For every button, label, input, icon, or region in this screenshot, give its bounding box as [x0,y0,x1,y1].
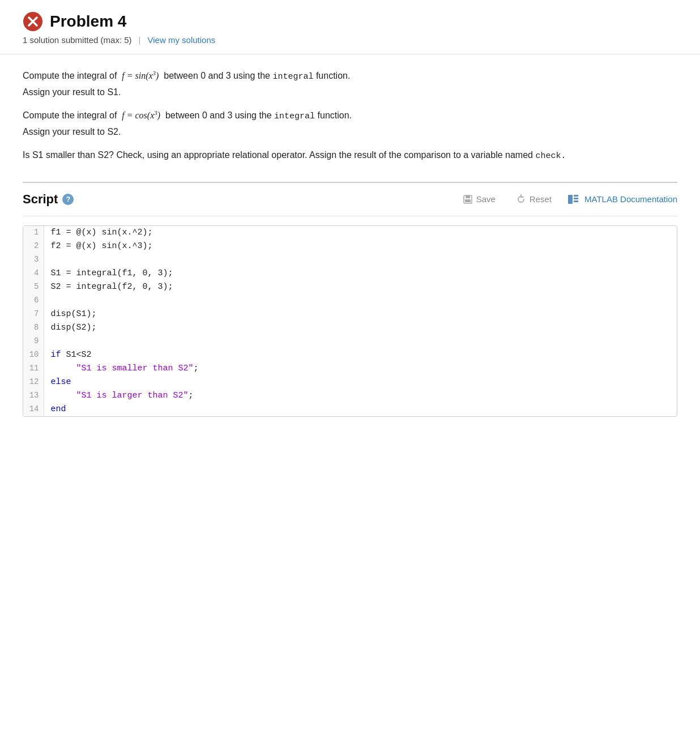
svg-rect-7 [574,195,578,197]
code-table: 1 f1 = @(x) sin(x.^2); 2 f2 = @(x) sin(x… [23,226,677,416]
line-num-11: 11 [23,362,44,376]
code-row-14: 14 end [23,403,677,416]
code-row-3: 3 [23,253,677,267]
code-editor[interactable]: 1 f1 = @(x) sin(x.^2); 2 f2 = @(x) sin(x… [23,225,677,417]
code-row-9: 9 [23,335,677,348]
submission-info: 1 solution submitted (max: 5) [23,35,132,45]
code-line-12: else [44,376,677,389]
code-line-1: f1 = @(x) sin(x.^2); [44,226,677,240]
line-num-8: 8 [23,321,44,335]
matlab-doc-label: MATLAB Documentation [584,194,677,204]
error-icon [23,11,43,32]
problem-description: Compute the integral of f = sin(x3) betw… [23,68,677,164]
problem-header: Problem 4 [23,11,677,32]
submission-row: 1 solution submitted (max: 5) | View my … [23,35,677,45]
header-divider [0,54,700,54]
string-2: "S1 is larger than S2" [76,391,189,400]
line-num-3: 3 [23,253,44,267]
line-num-2: 2 [23,240,44,253]
svg-rect-9 [574,200,578,202]
code-row-8: 8 disp(S2); [23,321,677,335]
save-icon [463,194,473,204]
inline-code-integral-2: integral [274,112,315,121]
script-title: Script [23,192,58,207]
description-paragraph-3: Is S1 smaller than S2? Check, using an a… [23,147,677,164]
line-num-4: 4 [23,267,44,280]
description-paragraph-1: Compute the integral of f = sin(x3) betw… [23,68,677,100]
code-line-8: disp(S2); [44,321,677,335]
string-1: "S1 is smaller than S2" [76,364,194,373]
line-num-10: 10 [23,348,44,362]
line-num-14: 14 [23,403,44,416]
matlab-documentation-button[interactable]: MATLAB Documentation [567,194,677,204]
code-row-2: 2 f2 = @(x) sin(x.^3); [23,240,677,253]
code-line-9 [44,335,677,348]
reset-button[interactable]: Reset [511,192,556,207]
view-solutions-link[interactable]: View my solutions [148,35,216,45]
line-num-6: 6 [23,294,44,308]
code-row-7: 7 disp(S1); [23,308,677,321]
code-row-6: 6 [23,294,677,308]
matlab-doc-icon [567,194,580,204]
reset-icon [516,194,526,204]
line-num-5: 5 [23,280,44,294]
code-line-14: end [44,403,677,416]
script-title-group: Script ? [23,192,445,207]
keyword-end: end [51,404,66,414]
svg-rect-4 [466,195,470,198]
separator: | [139,35,141,45]
code-line-11: "S1 is smaller than S2"; [44,362,677,376]
save-label: Save [476,194,496,204]
help-icon[interactable]: ? [62,194,74,205]
code-row-13: 13 "S1 is larger than S2"; [23,389,677,403]
code-line-6 [44,294,677,308]
keyword-if: if [51,350,61,360]
code-row-5: 5 S2 = integral(f2, 0, 3); [23,280,677,294]
code-line-13: "S1 is larger than S2"; [44,389,677,403]
code-line-4: S1 = integral(f1, 0, 3); [44,267,677,280]
script-section-header: Script ? Save Reset [23,182,677,216]
description-paragraph-2: Compute the integral of f = cos(x3) betw… [23,108,677,139]
line-num-7: 7 [23,308,44,321]
line-num-9: 9 [23,335,44,348]
code-row-11: 11 "S1 is smaller than S2"; [23,362,677,376]
inline-code-check: check. [535,151,566,161]
line-num-1: 1 [23,226,44,240]
code-line-5: S2 = integral(f2, 0, 3); [44,280,677,294]
code-line-10: if S1<S2 [44,348,677,362]
code-line-2: f2 = @(x) sin(x.^3); [44,240,677,253]
code-row-4: 4 S1 = integral(f1, 0, 3); [23,267,677,280]
problem-title: Problem 4 [50,12,126,31]
math-formula-1: f = sin(x3) [122,71,159,80]
save-button[interactable]: Save [458,192,500,207]
code-line-3 [44,253,677,267]
line-num-13: 13 [23,389,44,403]
code-row-12: 12 else [23,376,677,389]
code-row-10: 10 if S1<S2 [23,348,677,362]
code-line-7: disp(S1); [44,308,677,321]
svg-rect-8 [574,198,578,199]
reset-label: Reset [530,194,552,204]
inline-code-integral-1: integral [272,72,313,82]
svg-rect-6 [568,195,573,204]
math-formula-2: f = cos(x3) [122,110,160,120]
code-row-1: 1 f1 = @(x) sin(x.^2); [23,226,677,240]
keyword-else: else [51,377,71,387]
svg-rect-5 [465,199,471,202]
script-actions: Save Reset MATLAB Documentation [458,192,677,207]
line-num-12: 12 [23,376,44,389]
